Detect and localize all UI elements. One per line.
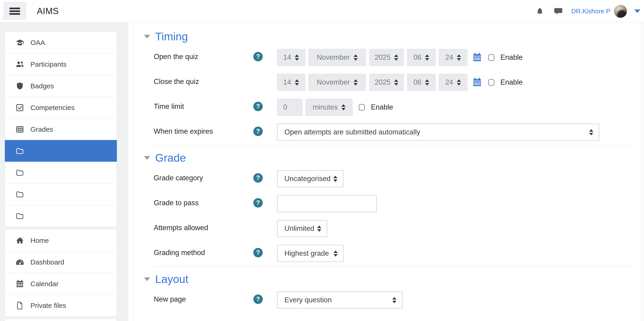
calendar-icon: [472, 77, 482, 87]
sidebar-item-label: Dashboard: [30, 258, 64, 266]
open-quiz-year-select[interactable]: 2025: [369, 49, 404, 66]
collapse-caret-icon[interactable]: [144, 156, 150, 160]
help-icon[interactable]: ?: [253, 294, 263, 304]
sidebar-item-folder[interactable]: [5, 205, 117, 227]
folder-icon: [15, 211, 24, 221]
grade-to-pass-row: Grade to pass ?: [154, 195, 641, 212]
avatar[interactable]: [614, 5, 627, 18]
sidebar-item-private-files[interactable]: Private files: [5, 294, 117, 316]
close-quiz-month-select[interactable]: November: [308, 74, 366, 91]
close-quiz-minute-select[interactable]: 24: [439, 74, 468, 91]
section-divider: [154, 145, 632, 146]
grade-category-select[interactable]: Uncategorised: [277, 170, 344, 187]
sidebar-item-dashboard[interactable]: Dashboard: [5, 251, 117, 273]
sidebar-item-label: OAA: [30, 39, 45, 47]
calendar-icon: [472, 52, 482, 63]
sidebar-item-label: Grades: [30, 125, 53, 133]
section-title[interactable]: Timing: [155, 30, 188, 43]
notifications-bell-icon[interactable]: [536, 7, 544, 16]
field-label: Grading method: [154, 245, 253, 257]
field-label: New page: [154, 291, 253, 303]
when-time-expires-select[interactable]: Open attempts are submitted automaticall…: [277, 124, 599, 141]
collapse-caret-icon[interactable]: [144, 277, 150, 281]
time-limit-row: Time limit ? minutes Enable: [154, 99, 641, 116]
sidebar-item-folder-selected[interactable]: [5, 140, 117, 162]
shield-icon: [15, 81, 24, 91]
app-title[interactable]: AIMS: [37, 6, 59, 16]
folder-icon: [15, 146, 24, 156]
help-icon[interactable]: ?: [253, 198, 263, 208]
grade-to-pass-input[interactable]: [277, 195, 377, 212]
close-quiz-year-select[interactable]: 2025: [369, 74, 404, 91]
sidebar-item-home[interactable]: Home: [5, 229, 117, 251]
section-heading-timing: Timing: [144, 30, 641, 43]
enable-label: Enable: [371, 103, 393, 111]
time-limit-unit-select[interactable]: minutes: [306, 99, 353, 116]
sidebar-item-badges[interactable]: Badges: [5, 75, 117, 97]
messages-icon[interactable]: [554, 7, 563, 16]
calendar-picker-button[interactable]: [472, 77, 482, 87]
check-square-icon: [15, 103, 24, 112]
grade-category-row: Grade category ? Uncategorised: [154, 170, 641, 187]
attempts-allowed-row: Attempts allowed Unlimited: [154, 220, 641, 237]
sidebar-item-competencies[interactable]: Competencies: [5, 97, 117, 119]
time-limit-enable-checkbox[interactable]: [359, 104, 365, 111]
sidebar-item-folder[interactable]: [5, 162, 117, 184]
open-quiz-enable-checkbox[interactable]: [488, 54, 494, 61]
open-quiz-month-select[interactable]: November: [308, 49, 366, 66]
new-page-row: New page ? Every question: [154, 291, 641, 308]
collapse-caret-icon[interactable]: [144, 35, 150, 39]
sidebar-item-cutoff[interactable]: [5, 319, 117, 321]
sidebar-item-calendar[interactable]: Calendar: [5, 273, 117, 295]
sidebar-drawer: OAA Participants Badges Competencies: [0, 22, 128, 321]
user-menu-caret-icon[interactable]: [634, 10, 640, 13]
sidebar-item-label: Competencies: [30, 104, 75, 112]
users-icon: [15, 60, 24, 69]
user-name-link[interactable]: DR.Kishore P: [571, 8, 610, 15]
new-page-select[interactable]: Every question: [277, 291, 402, 308]
sidebar-item-label: Home: [30, 237, 49, 244]
sidebar-item-label: Badges: [30, 82, 54, 90]
grading-method-select[interactable]: Highest grade: [277, 245, 344, 262]
close-quiz-day-select[interactable]: 14: [277, 74, 305, 91]
calendar-picker-button[interactable]: [472, 52, 482, 63]
section-heading-layout: Layout: [144, 273, 641, 285]
grading-method-row: Grading method ? Highest grade: [154, 245, 641, 262]
sidebar-item-participants[interactable]: Participants: [5, 53, 117, 75]
section-title[interactable]: Grade: [155, 152, 186, 164]
help-icon[interactable]: ?: [253, 102, 263, 111]
settings-form: Timing Open the quiz ? 14 November 2025 …: [128, 22, 641, 321]
help-icon[interactable]: ?: [253, 127, 263, 136]
field-label: Attempts allowed: [154, 220, 253, 232]
open-quiz-minute-select[interactable]: 24: [439, 49, 468, 66]
field-label: When time expires: [154, 124, 253, 136]
sidebar-item-folder[interactable]: [5, 183, 117, 205]
scrollbar[interactable]: [641, 22, 644, 321]
help-icon[interactable]: ?: [253, 173, 263, 183]
field-label: Time limit: [154, 99, 253, 111]
dashboard-icon: [15, 258, 24, 267]
close-quiz-enable-checkbox[interactable]: [488, 79, 494, 86]
section-heading-grade: Grade: [144, 152, 641, 164]
section-title[interactable]: Layout: [155, 273, 188, 285]
hamburger-icon: [10, 7, 20, 16]
quiz-settings-page: AIMS DR.Kishore P: [0, 0, 644, 321]
open-quiz-hour-select[interactable]: 06: [407, 49, 436, 66]
menu-toggle-button[interactable]: [3, 2, 26, 20]
help-icon[interactable]: ?: [253, 248, 263, 257]
file-icon: [15, 301, 24, 310]
field-label: Grade category: [154, 170, 253, 182]
top-bar-right: DR.Kishore P: [536, 0, 640, 22]
sidebar-item-oaa[interactable]: OAA: [5, 32, 117, 54]
field-label: Open the quiz: [154, 49, 253, 61]
attempts-allowed-select[interactable]: Unlimited: [277, 220, 327, 237]
close-quiz-hour-select[interactable]: 06: [407, 74, 436, 91]
folder-icon: [15, 168, 24, 177]
home-icon: [15, 236, 24, 245]
help-icon[interactable]: ?: [253, 52, 263, 61]
enable-label: Enable: [500, 53, 523, 62]
sidebar-extra-nav: [5, 319, 117, 321]
sidebar-item-grades[interactable]: Grades: [5, 118, 117, 140]
time-limit-input[interactable]: [277, 99, 302, 116]
open-quiz-day-select[interactable]: 14: [277, 49, 305, 66]
